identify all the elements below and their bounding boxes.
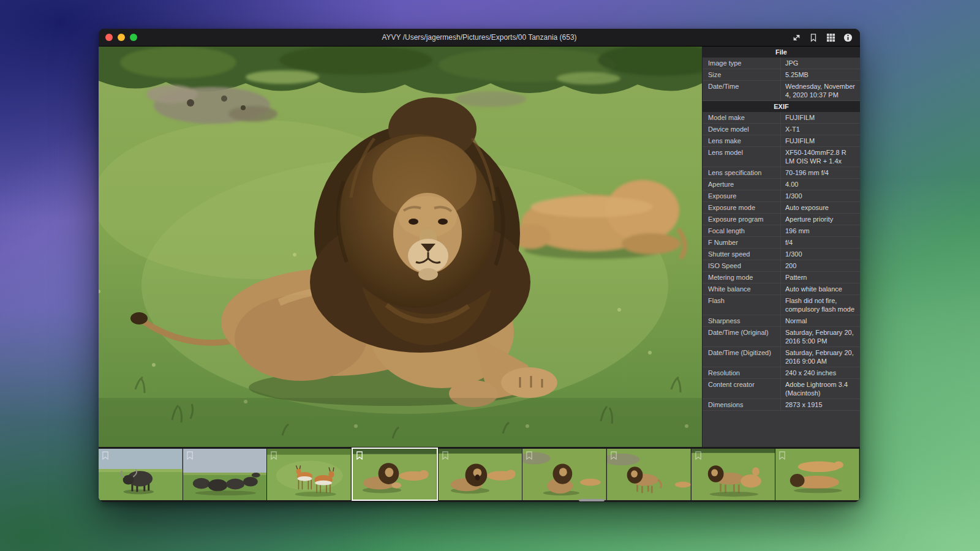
metadata-value: 70-196 mm f/4	[781, 167, 860, 178]
metadata-row: Date/TimeWednesday, November 4, 2020 10:…	[703, 81, 860, 101]
metadata-value: Wednesday, November 4, 2020 10:37 PM	[781, 81, 860, 100]
metadata-value: 5.25MB	[781, 69, 860, 80]
thumbnail-lions-lying[interactable]	[775, 449, 859, 500]
close-button[interactable]	[105, 34, 113, 41]
metadata-label: Image type	[703, 58, 781, 69]
resize-diagonal-icon[interactable]	[791, 32, 801, 42]
metadata-label: Lens model	[703, 147, 781, 167]
metadata-row: Date/Time (Original)Saturday, February 2…	[703, 327, 860, 347]
bookmark-flag-icon	[270, 451, 277, 460]
section-header: File	[703, 47, 860, 58]
app-window: AYVY /Users/jagermesh/Pictures/Exports/0…	[99, 29, 860, 502]
bookmark-flag-icon	[102, 451, 109, 460]
metadata-value: XF50-140mmF2.8 R LM OIS WR + 1.4x	[781, 147, 860, 167]
thumbnail-strip	[99, 447, 860, 502]
thumbnail-lion-sitting[interactable]	[522, 449, 606, 500]
metadata-row: Exposure1/300	[703, 190, 860, 202]
metadata-label: Lens specification	[703, 167, 781, 178]
metadata-row: Content creatorAdobe Lightroom 3.4 (Maci…	[703, 379, 860, 399]
metadata-row: White balanceAuto white balance	[703, 283, 860, 295]
metadata-row: F Numberf/4	[703, 237, 860, 249]
info-icon[interactable]	[843, 32, 853, 42]
metadata-row: Size5.25MB	[703, 69, 860, 81]
minimize-button[interactable]	[118, 34, 125, 41]
grid-view-icon[interactable]	[826, 32, 835, 42]
metadata-label: Lens make	[703, 135, 781, 146]
metadata-label: White balance	[703, 283, 781, 294]
metadata-value: f/4	[781, 237, 860, 248]
metadata-label: ISO Speed	[703, 260, 781, 271]
titlebar: AYVY /Users/jagermesh/Pictures/Exports/0…	[99, 29, 860, 47]
metadata-value: Saturday, February 20, 2016 9:00 AM	[781, 347, 860, 367]
metadata-value: Aperture priority	[781, 214, 860, 225]
traffic-lights	[105, 34, 137, 41]
metadata-row: Lens makeFUJIFILM	[703, 135, 860, 147]
metadata-label: Size	[703, 69, 781, 80]
metadata-label: Date/Time (Digitized)	[703, 347, 781, 367]
metadata-value: 1/300	[781, 190, 860, 201]
metadata-label: Focal length	[703, 225, 781, 236]
metadata-row: Lens modelXF50-140mmF2.8 R LM OIS WR + 1…	[703, 147, 860, 167]
metadata-value: X-T1	[781, 124, 860, 135]
metadata-label: Sharpness	[703, 315, 781, 326]
bookmark-flag-icon	[610, 451, 617, 460]
metadata-row: FlashFlash did not fire, compulsory flas…	[703, 295, 860, 315]
metadata-row: Focal length196 mm	[703, 225, 860, 237]
lion-photo	[99, 47, 702, 447]
metadata-label: Exposure mode	[703, 202, 781, 213]
thumbnail-scrollbar[interactable]	[579, 499, 605, 501]
thumbnail-buffalo-herd[interactable]	[183, 449, 267, 500]
bookmark-icon[interactable]	[809, 32, 818, 42]
metadata-value: Adobe Lightroom 3.4 (Macintosh)	[781, 379, 860, 399]
bookmark-flag-icon	[526, 451, 533, 460]
metadata-label: Flash	[703, 295, 781, 315]
thumbnail-lion-walking[interactable]	[607, 449, 691, 500]
metadata-value: 4.00	[781, 179, 860, 190]
metadata-value: JPG	[781, 58, 860, 69]
metadata-value: Normal	[781, 315, 860, 326]
desktop-wallpaper: AYVY /Users/jagermesh/Pictures/Exports/0…	[0, 0, 980, 551]
metadata-value: Auto white balance	[781, 283, 860, 294]
metadata-row: Lens specification70-196 mm f/4	[703, 167, 860, 179]
thumbnail-lion-resting-selected[interactable]	[352, 448, 438, 501]
thumbnail-lion-and-lioness[interactable]	[692, 449, 775, 500]
thumbnail-lion-yawning[interactable]	[439, 449, 522, 500]
metadata-value: FUJIFILM	[781, 112, 860, 123]
metadata-row: SharpnessNormal	[703, 315, 860, 327]
metadata-row: Dimensions2873 x 1915	[703, 399, 860, 411]
metadata-label: Date/Time	[703, 81, 781, 100]
metadata-label: Shutter speed	[703, 249, 781, 260]
metadata-panel: FileImage typeJPGSize5.25MBDate/TimeWedn…	[702, 47, 860, 447]
bookmark-flag-icon	[695, 451, 702, 460]
metadata-row: Aperture4.00	[703, 179, 860, 190]
metadata-label: Metering mode	[703, 272, 781, 283]
metadata-value: 2873 x 1915	[781, 399, 860, 410]
bookmark-flag-icon	[442, 451, 449, 460]
metadata-row: Model makeFUJIFILM	[703, 112, 860, 124]
metadata-row: Metering modePattern	[703, 272, 860, 283]
metadata-label: Device model	[703, 124, 781, 135]
metadata-row: Image typeJPG	[703, 58, 860, 69]
metadata-value: FUJIFILM	[781, 135, 860, 146]
bookmark-flag-icon	[356, 451, 363, 460]
metadata-value: 196 mm	[781, 225, 860, 236]
metadata-row: Exposure programAperture priority	[703, 214, 860, 225]
metadata-row: Resolution240 x 240 inches	[703, 367, 860, 379]
metadata-label: Exposure program	[703, 214, 781, 225]
thumbnail-buffalo-single[interactable]	[99, 449, 183, 500]
main-content: FileImage typeJPGSize5.25MBDate/TimeWedn…	[99, 47, 860, 447]
thumbnail-gazelles[interactable]	[267, 449, 351, 500]
metadata-row: Date/Time (Digitized)Saturday, February …	[703, 347, 860, 367]
metadata-value: 200	[781, 260, 860, 271]
fullscreen-button[interactable]	[130, 34, 137, 41]
metadata-label: F Number	[703, 237, 781, 248]
metadata-value: Flash did not fire, compulsory flash mod…	[781, 295, 860, 315]
metadata-value: Auto exposure	[781, 202, 860, 213]
toolbar-icons	[791, 32, 853, 42]
metadata-label: Dimensions	[703, 399, 781, 410]
metadata-row: Device modelX-T1	[703, 124, 860, 135]
window-title: AYVY /Users/jagermesh/Pictures/Exports/0…	[99, 33, 860, 42]
metadata-row: ISO Speed200	[703, 260, 860, 272]
photo-viewer[interactable]	[99, 47, 702, 447]
metadata-label: Aperture	[703, 179, 781, 190]
